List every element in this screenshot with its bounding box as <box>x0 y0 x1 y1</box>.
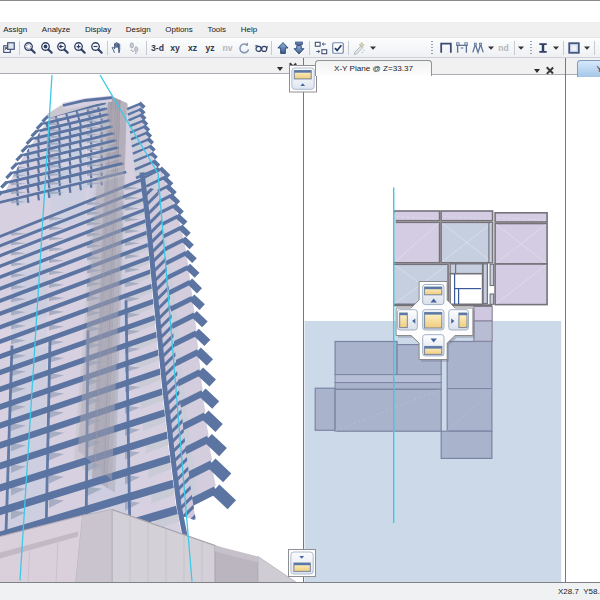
tab-xy-plane-label: X-Y Plane @ Z=33.37 <box>334 64 413 73</box>
pane-3d-tab-menu-caret[interactable] <box>277 67 283 71</box>
toolbar-grip <box>530 41 532 56</box>
toolbar-button-checkbox-checked[interactable] <box>330 39 346 57</box>
toolbar: 3-dxyxzyznvnd <box>0 37 600 58</box>
toolbar-dropdown-caret[interactable] <box>487 39 496 57</box>
toolbar-button-zoom-window[interactable] <box>22 39 38 57</box>
perspective-glasses-icon <box>254 41 268 55</box>
story-up-spinner[interactable] <box>289 65 317 93</box>
plan-view-canvas[interactable] <box>304 75 564 583</box>
pan-hand-icon <box>110 41 124 55</box>
toolbar-dropdown-caret[interactable] <box>517 39 526 57</box>
toolbar-button-zoom-previous[interactable] <box>55 39 71 57</box>
toolbar-button-zoom-out[interactable] <box>89 39 105 57</box>
3d-view-canvas[interactable] <box>0 75 303 583</box>
menu-item-display[interactable]: Display <box>78 22 119 37</box>
menu-item-tools[interactable]: Tools <box>200 22 233 37</box>
toolbar-button-xy[interactable]: xy <box>167 39 183 57</box>
toolbar-dropdown-caret[interactable] <box>583 39 592 57</box>
pane-plan-tabbar: X-Y Plane @ Z=33.37 <box>304 58 565 75</box>
toolbar-button-move-down-story[interactable] <box>291 39 307 57</box>
restore-view-icon <box>2 41 16 55</box>
toolbar-button-draw-braces[interactable] <box>471 39 486 57</box>
story-down-spinner[interactable] <box>288 549 316 577</box>
application-window: AssignAnalyzeDisplayDesignOptionsToolsHe… <box>0 0 600 600</box>
draw-braces-icon <box>471 41 485 55</box>
draw-frame-icon <box>439 41 453 55</box>
toolbar-separator <box>348 41 349 55</box>
tab-yz-plane[interactable]: Y <box>577 60 600 77</box>
toolbar-button-draw-frame[interactable] <box>438 39 453 57</box>
toolbar-button-nv[interactable]: nv <box>220 39 236 57</box>
toolbar-separator <box>107 41 108 55</box>
toolbar-button-wall-section[interactable] <box>567 39 582 57</box>
pane-right-sliver: Y <box>566 58 600 583</box>
nav-center-button[interactable] <box>423 310 444 330</box>
cursor-coordinates: X28.7 Y58.8 <box>558 587 600 596</box>
toolbar-button-draw-properties[interactable] <box>351 39 367 57</box>
toolbar-separator <box>594 41 595 55</box>
i-section-icon <box>536 41 550 55</box>
toolbar-button-walk-through[interactable] <box>126 39 142 57</box>
pane-plan-view: X-Y Plane @ Z=33.37 <box>304 58 565 583</box>
workspace: X-Y Plane @ Z=33.37 Y <box>0 58 600 582</box>
zoom-previous-icon <box>56 41 70 55</box>
toolbar-dropdown-caret[interactable] <box>368 39 377 57</box>
toolbar-separator <box>563 41 564 55</box>
dropdown-caret-icon <box>552 44 560 52</box>
object-shrink-icon <box>314 41 328 55</box>
pane-plan-close-icon[interactable] <box>546 67 554 75</box>
toolbar-button-pan-hand[interactable] <box>109 39 125 57</box>
plan-view-model <box>305 188 562 583</box>
toolbar-separator <box>514 41 515 55</box>
toolbar-button-object-shrink[interactable] <box>313 39 329 57</box>
toolbar-button-rotate-view[interactable] <box>237 39 252 57</box>
tab-xy-plane[interactable]: X-Y Plane @ Z=33.37 <box>315 60 432 76</box>
toolbar-button-i-section[interactable] <box>536 39 551 57</box>
toolbar-dropdown-caret[interactable] <box>552 39 561 57</box>
pane-3d-view <box>0 58 303 583</box>
toolbar-button-move-up-story[interactable] <box>275 39 291 57</box>
toolbar-button-perspective-glasses[interactable] <box>253 39 270 57</box>
toolbar-button-3-d[interactable]: 3-d <box>150 39 166 57</box>
toolbar-button-yz[interactable]: yz <box>202 39 218 57</box>
toolbar-grip <box>431 41 433 56</box>
toolbar-separator <box>146 41 147 55</box>
pane-3d-tabbar <box>0 58 303 74</box>
pane-plan-tab-menu-caret[interactable] <box>534 69 540 73</box>
toolbar-button-nd[interactable]: nd <box>496 39 511 57</box>
draw-properties-icon <box>352 41 366 55</box>
toolbar-button-restore-view[interactable] <box>1 39 17 57</box>
draw-secondary-beam-icon <box>455 41 469 55</box>
menu-bar: AssignAnalyzeDisplayDesignOptionsToolsHe… <box>0 22 600 37</box>
menu-item-help[interactable]: Help <box>233 22 264 37</box>
toolbar-button-zoom-all[interactable] <box>39 39 55 57</box>
zoom-all-icon <box>40 41 54 55</box>
menu-item-design[interactable]: Design <box>118 22 158 37</box>
toolbar-button-zoom-in[interactable] <box>72 39 88 57</box>
walk-through-icon <box>127 41 141 55</box>
zoom-window-icon <box>23 41 37 55</box>
dropdown-caret-icon <box>517 44 525 52</box>
status-bar: X28.7 Y58.8 <box>0 582 600 600</box>
nav-left-button[interactable] <box>398 310 418 330</box>
building-3d-model <box>0 75 298 583</box>
tab-yz-plane-label: Y <box>596 64 600 74</box>
dropdown-caret-icon <box>583 44 591 52</box>
toolbar-button-xz[interactable]: xz <box>185 39 201 57</box>
nav-up-button[interactable] <box>423 285 444 305</box>
nav-down-button[interactable] <box>423 335 444 356</box>
zoom-out-icon <box>90 41 104 55</box>
move-up-story-icon <box>276 41 290 55</box>
wall-section-icon <box>567 41 581 55</box>
checkbox-checked-icon <box>331 41 345 55</box>
nav-right-button[interactable] <box>449 310 469 330</box>
toolbar-button-draw-secondary-beam[interactable] <box>455 39 470 57</box>
menu-item-assign[interactable]: Assign <box>0 22 35 37</box>
zoom-in-icon <box>73 41 87 55</box>
menu-item-analyze[interactable]: Analyze <box>35 22 78 37</box>
top-crop-line <box>0 0 600 1</box>
toolbar-separator <box>271 41 272 55</box>
toolbar-separator <box>19 41 20 55</box>
menu-item-options[interactable]: Options <box>158 22 200 37</box>
dropdown-caret-icon <box>369 44 377 52</box>
